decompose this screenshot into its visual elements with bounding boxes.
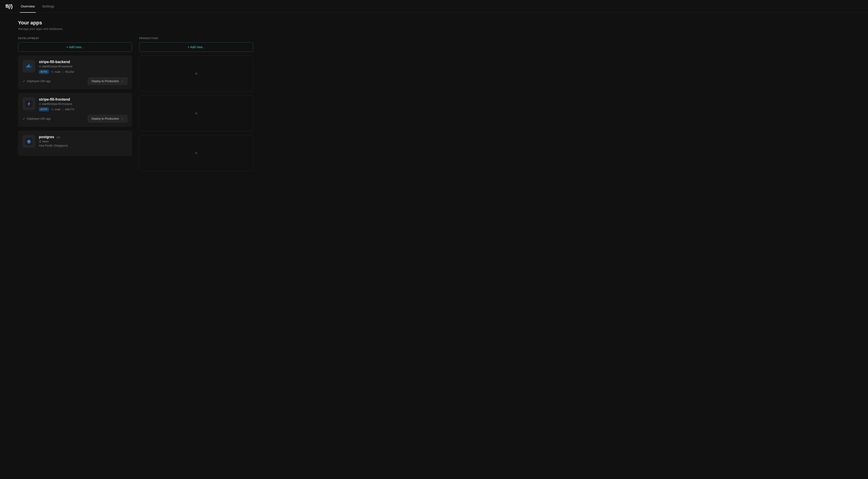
prod-placeholder-2[interactable]: + — [139, 95, 253, 131]
prod-placeholder-1[interactable]: + — [139, 55, 253, 92]
top-nav: fl{/} Overview Settings — [0, 0, 868, 13]
postgres-region: Asia Pacific (Singapore) — [39, 144, 127, 147]
app-card-stripe-backend: stripe-fl0-backend ⊙ dalefl0/stripe-fl0-… — [18, 55, 132, 89]
tab-overview[interactable]: Overview — [20, 0, 36, 13]
prod-placeholder-3[interactable]: + — [139, 135, 253, 171]
provider-icon: ☰ — [39, 140, 41, 143]
badge-auto-backend: AUTO — [39, 70, 49, 74]
postgres-provider: ☰ Neon — [39, 140, 127, 143]
app-meta-frontend: AUTO ⌥ main | 64b774 — [39, 108, 127, 111]
separator-backend: | — [62, 70, 63, 74]
app-card-postgres: postgres v15 ☰ Neon Asia Pacific (Singap… — [18, 130, 132, 156]
postgres-meta: ☰ Neon Asia Pacific (Singapore) — [39, 140, 127, 147]
development-column: DEVELOPMENT + Add new... — [18, 37, 132, 175]
deployed-status-frontend: ✓ Deployed 19h ago — [23, 117, 51, 121]
app-info-frontend: stripe-fl0-frontend ⊙ dalefl0/stripe-fl0… — [39, 97, 127, 111]
branch-icon-f: ⌥ — [51, 108, 54, 111]
deployed-text-frontend: Deployed 19h ago — [27, 117, 51, 120]
svg-rect-2 — [28, 66, 29, 67]
deploy-button-frontend[interactable]: Deploy to Production → — [88, 115, 127, 122]
plus-icon-2: + — [195, 110, 198, 117]
check-icon-frontend: ✓ — [23, 117, 26, 121]
app-card-header-postgres: postgres v15 ☰ Neon Asia Pacific (Singap… — [23, 135, 127, 148]
app-card-footer-backend: ✓ Deployed 19h ago Deploy to Production … — [23, 77, 127, 85]
production-header: PRODUCTION — [139, 37, 253, 39]
app-name-backend: stripe-fl0-backend — [39, 60, 127, 64]
logo: fl{/} — [5, 3, 13, 9]
page-subtitle: Manage your apps and databases. — [18, 27, 253, 31]
columns-layout: DEVELOPMENT + Add new... — [18, 37, 253, 175]
svg-point-12 — [28, 141, 29, 141]
app-icon-docker — [23, 60, 35, 72]
plus-icon-3: + — [195, 150, 198, 156]
svg-rect-6 — [29, 64, 29, 65]
app-icon-lightning — [23, 97, 35, 110]
app-card-header-backend: stripe-fl0-backend ⊙ dalefl0/stripe-fl0-… — [23, 60, 127, 74]
branch-icon: ⌥ — [51, 70, 54, 73]
plus-icon-1: + — [195, 70, 198, 77]
deployed-status-backend: ✓ Deployed 19h ago — [23, 79, 51, 83]
deploy-btn-label-backend: Deploy to Production — [92, 79, 119, 83]
app-repo-frontend: ⊙ dalefl0/stripe-fl0-frontend — [39, 102, 127, 106]
deploy-btn-label-frontend: Deploy to Production — [92, 117, 119, 120]
app-repo-backend: ⊙ dalefl0/stripe-fl0-backend — [39, 65, 127, 68]
badge-auto-frontend: AUTO — [39, 108, 49, 111]
deployed-text-backend: Deployed 19h ago — [27, 79, 51, 83]
deploy-arrow-frontend: → — [121, 117, 124, 120]
app-name-frontend: stripe-fl0-frontend — [39, 97, 127, 101]
app-card-footer-frontend: ✓ Deployed 19h ago Deploy to Production … — [23, 115, 127, 122]
postgres-version: v15 — [56, 136, 60, 139]
app-icon-postgres — [23, 135, 35, 148]
svg-rect-3 — [29, 66, 29, 67]
app-name-postgres: postgres v15 — [39, 135, 127, 139]
app-card-stripe-frontend: stripe-fl0-frontend ⊙ dalefl0/stripe-fl0… — [18, 93, 132, 127]
check-icon-backend: ✓ — [23, 79, 26, 83]
commit-backend: 551c5d — [65, 70, 74, 73]
repo-icon-frontend: ⊙ — [39, 102, 41, 106]
svg-rect-1 — [26, 66, 27, 67]
app-info-backend: stripe-fl0-backend ⊙ dalefl0/stripe-fl0-… — [39, 60, 127, 74]
deploy-arrow-backend: → — [121, 79, 124, 83]
production-column: PRODUCTION + Add new... + + + — [139, 37, 253, 175]
app-meta-backend: AUTO ⌥ main | 551c5d — [39, 70, 127, 74]
branch-info-frontend: ⌥ main — [51, 108, 61, 111]
deploy-button-backend[interactable]: Deploy to Production → — [88, 77, 127, 85]
page-title: Your apps — [18, 20, 253, 26]
branch-info-backend: ⌥ main — [51, 70, 61, 73]
development-header: DEVELOPMENT — [18, 37, 132, 39]
tab-settings[interactable]: Settings — [41, 0, 55, 13]
nav-tabs: Overview Settings — [20, 0, 55, 12]
app-info-postgres: postgres v15 ☰ Neon Asia Pacific (Singap… — [39, 135, 127, 147]
separator-frontend: | — [62, 108, 63, 111]
main-content: Your apps Manage your apps and databases… — [0, 13, 271, 182]
commit-frontend: 64b774 — [65, 108, 74, 111]
repo-icon-backend: ⊙ — [39, 65, 41, 68]
app-card-header-frontend: stripe-fl0-frontend ⊙ dalefl0/stripe-fl0… — [23, 97, 127, 111]
dev-add-new-button[interactable]: + Add new... — [18, 42, 132, 52]
prod-add-new-button[interactable]: + Add new... — [139, 42, 253, 52]
svg-rect-4 — [28, 65, 29, 66]
